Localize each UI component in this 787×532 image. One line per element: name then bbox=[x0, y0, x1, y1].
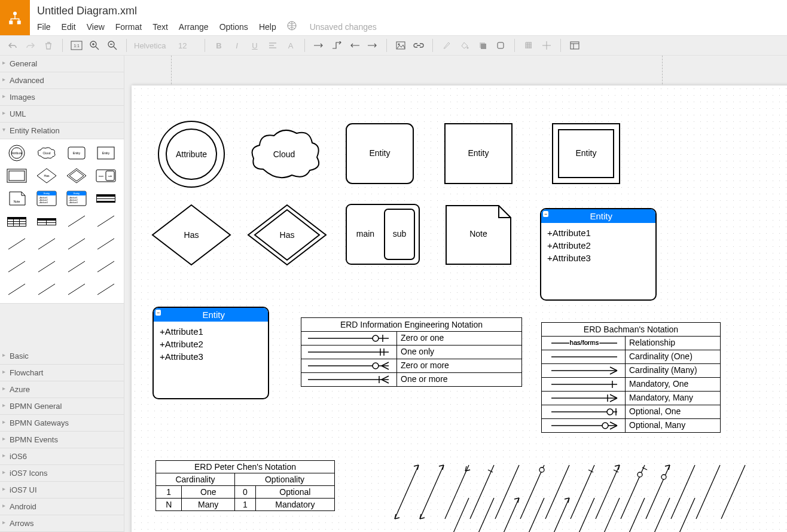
document-title[interactable]: Untitled Diagram.xml bbox=[30, 0, 787, 17]
thumb-table-dark2[interactable] bbox=[4, 211, 30, 231]
font-size-input[interactable] bbox=[177, 41, 199, 51]
thumb-table-dark3[interactable] bbox=[33, 211, 60, 231]
thumb-entity-rounded[interactable]: Entity bbox=[63, 143, 90, 163]
thumb-line-11[interactable] bbox=[4, 279, 30, 299]
shape-main-sub[interactable]: main sub bbox=[344, 202, 422, 268]
menu-view[interactable]: View bbox=[87, 22, 105, 32]
shape-entity-double[interactable]: Entity bbox=[550, 121, 622, 187]
layout-icon[interactable] bbox=[567, 38, 582, 53]
palette-arrows[interactable]: Arrows bbox=[0, 515, 124, 532]
thumb-entity-square[interactable]: Entity bbox=[93, 143, 119, 163]
palette-flowchart[interactable]: Flowchart bbox=[0, 365, 124, 381]
palette-azure[interactable]: Azure bbox=[0, 381, 124, 398]
thumb-line-7[interactable] bbox=[4, 256, 30, 277]
undo-icon[interactable] bbox=[5, 38, 20, 53]
palette-basic[interactable]: Basic bbox=[0, 348, 124, 365]
link-icon[interactable] bbox=[411, 38, 426, 53]
grid-icon[interactable] bbox=[521, 38, 536, 53]
thumb-line-9[interactable] bbox=[63, 256, 90, 277]
palette-entity-relation[interactable]: Entity Relation bbox=[0, 123, 124, 139]
connector-waypoint-icon[interactable] bbox=[329, 38, 344, 53]
menu-options[interactable]: Options bbox=[219, 22, 248, 32]
palette-ios6[interactable]: iOS6 bbox=[0, 448, 124, 465]
palette-advanced[interactable]: Advanced bbox=[0, 72, 124, 89]
guides-icon[interactable] bbox=[539, 38, 554, 53]
menu-file[interactable]: File bbox=[37, 22, 51, 32]
thumb-main-sub[interactable]: mainsub bbox=[93, 166, 119, 186]
align-icon[interactable] bbox=[265, 38, 280, 53]
thumb-line-10[interactable] bbox=[93, 256, 119, 277]
thumb-line-6[interactable] bbox=[93, 234, 119, 254]
shape-attribute[interactable]: Attribute bbox=[155, 118, 227, 190]
italic-icon[interactable]: I bbox=[229, 38, 245, 53]
palette-bpmn-gateways[interactable]: BPMN Gateways bbox=[0, 415, 124, 432]
svg-line-141 bbox=[495, 498, 519, 532]
palette-uml[interactable]: UML bbox=[0, 106, 124, 123]
menu-edit[interactable]: Edit bbox=[62, 22, 76, 32]
palette-bpmn-events[interactable]: BPMN Events bbox=[0, 432, 124, 448]
thumb-line-5[interactable] bbox=[63, 234, 90, 254]
globe-icon[interactable] bbox=[287, 21, 297, 32]
thumb-has-diamond[interactable]: Has bbox=[33, 166, 60, 186]
thumb-line-4[interactable] bbox=[33, 234, 60, 254]
zoom-out-icon[interactable] bbox=[105, 38, 120, 53]
thumb-line-1[interactable] bbox=[63, 211, 90, 231]
thumb-entity-class-blue2[interactable]: Entity+Attribute1+Attribute2+Attribute3 bbox=[63, 188, 90, 209]
shape-cloud[interactable]: Cloud bbox=[245, 121, 323, 187]
shape-has-double-diamond[interactable]: Has bbox=[245, 202, 329, 268]
thumb-entity-class-blue[interactable]: Entity+Attribute1+Attribute2+Attribute3 bbox=[33, 188, 60, 209]
thumb-attribute[interactable]: Attribute bbox=[4, 143, 30, 163]
menu-text[interactable]: Text bbox=[152, 22, 168, 32]
font-color-icon[interactable]: A bbox=[283, 38, 298, 53]
palette-general[interactable]: General bbox=[0, 56, 124, 72]
thumb-line-3[interactable] bbox=[4, 234, 30, 254]
table-erd-ie[interactable]: ERD Information Engineering Notation Zer… bbox=[301, 317, 522, 387]
fill-color-icon[interactable] bbox=[457, 38, 472, 53]
thumb-line-14[interactable] bbox=[93, 279, 119, 299]
shape-entity-square[interactable]: Entity bbox=[443, 121, 514, 187]
zoom-in-icon[interactable] bbox=[87, 38, 102, 53]
connector-samples-row2[interactable] bbox=[383, 492, 777, 532]
shape-entity-rounded[interactable]: Entity bbox=[344, 121, 416, 187]
thumb-table-dark[interactable] bbox=[93, 188, 119, 209]
thumb-line-2[interactable] bbox=[93, 211, 119, 231]
thumb-line-13[interactable] bbox=[63, 279, 90, 299]
underline-icon[interactable]: U bbox=[247, 38, 263, 53]
thumb-line-12[interactable] bbox=[33, 279, 60, 299]
zoom-actual-icon[interactable]: 1:1 bbox=[69, 38, 84, 53]
canvas[interactable]: Attribute Cloud Entity Entity Entity bbox=[132, 85, 787, 532]
rounded-icon[interactable] bbox=[493, 38, 508, 53]
shadow-icon[interactable] bbox=[475, 38, 490, 53]
connector-straight-icon[interactable] bbox=[311, 38, 327, 53]
thumb-note[interactable]: Note bbox=[4, 188, 30, 209]
palette-android[interactable]: Android bbox=[0, 499, 124, 515]
stroke-color-icon[interactable] bbox=[439, 38, 454, 53]
thumb-has-double-diamond[interactable] bbox=[63, 166, 90, 186]
shape-entity-class-1[interactable]: −Entity +Attribute1 +Attribute2 +Attribu… bbox=[540, 208, 657, 301]
table-erd-chen[interactable]: ERD Peter Chen's Notation CardinalityOpt… bbox=[155, 460, 335, 511]
thumb-entity-double[interactable] bbox=[4, 166, 30, 186]
arrow-start-icon[interactable] bbox=[347, 38, 362, 53]
thumb-line-8[interactable] bbox=[33, 256, 60, 277]
palette-images[interactable]: Images bbox=[0, 89, 124, 106]
table-erd-bachman[interactable]: ERD Bachman's Notation has/formshas/form… bbox=[541, 322, 721, 433]
menu-arrange[interactable]: Arrange bbox=[179, 22, 209, 32]
image-icon[interactable] bbox=[393, 38, 408, 53]
menu-format[interactable]: Format bbox=[115, 22, 142, 32]
app-logo[interactable] bbox=[0, 0, 30, 35]
font-family-input[interactable] bbox=[133, 41, 175, 51]
arrow-end-icon[interactable] bbox=[365, 38, 380, 53]
palette-ios7-icons[interactable]: iOS7 Icons bbox=[0, 465, 124, 482]
delete-icon[interactable] bbox=[41, 38, 56, 53]
palette-ios7-ui[interactable]: iOS7 UI bbox=[0, 482, 124, 499]
menu-help[interactable]: Help bbox=[259, 22, 276, 32]
shape-has-diamond[interactable]: Has bbox=[150, 202, 233, 268]
bold-icon[interactable]: B bbox=[211, 38, 227, 53]
entity-attr-3b: +Attribute3 bbox=[160, 350, 262, 363]
thumb-cloud[interactable]: Cloud bbox=[33, 143, 60, 163]
palette-bpmn-general[interactable]: BPMN General bbox=[0, 398, 124, 415]
redo-icon[interactable] bbox=[23, 38, 38, 53]
shape-entity-class-2[interactable]: −Entity +Attribute1 +Attribute2 +Attribu… bbox=[152, 307, 269, 399]
shape-note[interactable]: Note bbox=[443, 202, 514, 268]
entity-attr-2: +Attribute2 bbox=[547, 239, 649, 252]
